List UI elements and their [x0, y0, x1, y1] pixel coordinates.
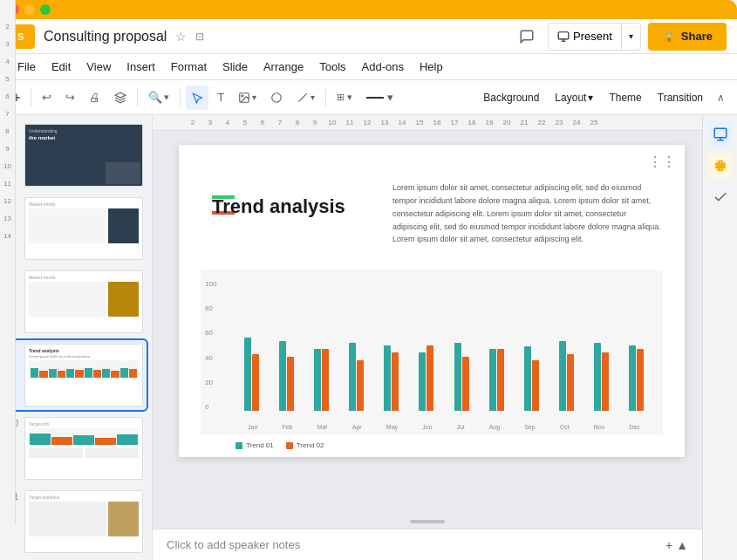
present-dropdown-arrow[interactable]: ▾	[621, 24, 640, 50]
minimize-button[interactable]	[24, 4, 35, 15]
slide-thumbnail-7: Market trends	[24, 197, 143, 260]
menu-addons[interactable]: Add-ons	[355, 57, 411, 77]
redo-button[interactable]: ↪	[60, 85, 80, 110]
chart-y-axis: 0 20 40 60 80 100	[205, 280, 216, 411]
ruler-mark: 11	[341, 119, 358, 126]
slide-item-9[interactable]: 9 Trend analysis Lorem ipsum dolor sit a…	[5, 340, 147, 410]
y-label-0: 0	[205, 403, 216, 411]
y-label-60: 60	[205, 329, 216, 337]
undo-button[interactable]: ↩	[37, 85, 57, 110]
slide-item-8[interactable]: 8 Market trends	[5, 267, 147, 337]
slide-title[interactable]: Trend analysis	[212, 195, 369, 218]
menu-view[interactable]: View	[79, 57, 118, 77]
x-label-may: May	[386, 424, 398, 430]
panel-icon-theme[interactable]	[708, 154, 733, 178]
y-label-40: 40	[205, 354, 216, 362]
print-button[interactable]: 🖨	[84, 85, 106, 110]
menu-slide[interactable]: Slide	[215, 57, 255, 77]
transition-button[interactable]: Transition	[651, 88, 710, 107]
comments-button[interactable]	[513, 23, 541, 51]
panel-icon-slides[interactable]	[708, 122, 733, 147]
maximize-button[interactable]	[40, 4, 51, 15]
toolbar-divider-4	[325, 89, 326, 106]
x-label-oct: Oct	[560, 424, 570, 430]
slide-thumbnail-8: Market trends	[24, 270, 143, 333]
spellcheck-button[interactable]	[109, 85, 132, 110]
slide-item-6[interactable]: 6 Understanding the market	[5, 120, 147, 190]
zoom-button[interactable]: 🔍 ▾	[143, 85, 174, 110]
document-title[interactable]: Consulting proposal	[44, 29, 167, 44]
ruler-mark: 20	[498, 119, 515, 126]
menu-edit[interactable]: Edit	[44, 57, 78, 77]
ruler-mark: 10	[324, 119, 341, 126]
share-button[interactable]: 🔒 Share	[648, 23, 727, 51]
shape-tool[interactable]	[265, 85, 288, 110]
scroll-indicator[interactable]	[410, 520, 445, 523]
ruler-mark: 8	[289, 119, 306, 126]
collapse-toolbar-button[interactable]: ∧	[712, 85, 730, 110]
slide-item-7[interactable]: 7 Market trends	[5, 194, 147, 263]
ruler-mark: 16	[428, 119, 446, 126]
slide-area[interactable]: ⋮⋮ Trend analysis Lorem ipsum	[153, 131, 702, 515]
bar-orange-sep	[532, 360, 539, 411]
toolbar-divider-3	[180, 89, 181, 106]
ruler-mark: 5	[236, 119, 254, 126]
slide-canvas[interactable]: ⋮⋮ Trend analysis Lorem ipsum	[179, 145, 685, 457]
legend-trend02: Trend 02	[286, 441, 324, 449]
slide-viewport: 2 3 4 5 6 7 8 9 10 11 12 13 14 ⋮⋮	[153, 131, 702, 515]
bar-teal-may	[384, 345, 391, 411]
bar-teal-jun	[419, 352, 426, 411]
text-tool[interactable]: T	[212, 85, 229, 110]
bar-group-nov	[585, 297, 618, 411]
chart-container[interactable]: 0 20 40 60 80 100	[201, 270, 663, 435]
x-label-apr: Apr	[352, 424, 362, 430]
svg-point-6	[242, 95, 243, 97]
slide-item-11[interactable]: 11 Target audience	[5, 487, 147, 557]
insert-button[interactable]: ⊞ ▾	[331, 85, 358, 110]
line-tool[interactable]: ▾	[291, 85, 320, 110]
background-button[interactable]: Background	[476, 88, 546, 107]
bar-orange-nov	[602, 352, 609, 411]
bar-orange-may	[392, 352, 399, 411]
legend-label-trend02: Trend 02	[297, 441, 324, 449]
notes-toolbar: + ▲	[665, 538, 688, 552]
select-tool[interactable]	[186, 85, 208, 110]
bar-teal-sep	[524, 346, 531, 411]
menu-arrange[interactable]: Arrange	[256, 57, 310, 77]
menu-format[interactable]: Format	[164, 57, 214, 77]
slide-item-10[interactable]: 10 Target info	[5, 413, 147, 483]
panel-icon-check[interactable]	[708, 185, 733, 209]
bar-orange-feb	[287, 357, 294, 411]
bar-orange-dec	[637, 349, 644, 411]
bar-group-oct	[550, 297, 583, 411]
ruler-mark: 2	[184, 119, 201, 126]
present-label: Present	[573, 30, 612, 43]
menu-insert[interactable]: Insert	[119, 57, 162, 77]
notes-placeholder[interactable]: Click to add speaker notes	[167, 538, 300, 551]
bar-teal-nov	[594, 343, 601, 411]
content-area: 2 3 4 5 6 7 8 9 10 11 12 13 14 15 16 17 …	[153, 115, 702, 560]
bar-teal-mar	[314, 349, 321, 411]
present-button[interactable]: Present ▾	[548, 23, 641, 51]
expand-notes-button[interactable]: +	[665, 538, 672, 552]
layout-button[interactable]: Layout ▾	[548, 88, 600, 107]
bar-orange-jun	[427, 345, 433, 411]
main-area: 6 Understanding the market 7 Market tren…	[0, 115, 737, 560]
notes-area[interactable]: Click to add speaker notes + ▲	[153, 529, 702, 560]
toolbar-divider-1	[31, 89, 31, 106]
star-icon[interactable]: ☆	[175, 30, 187, 44]
line-style-button[interactable]: ▾	[361, 85, 399, 110]
image-tool[interactable]: ▾	[233, 85, 262, 110]
collapse-notes-button[interactable]: ▲	[676, 538, 688, 552]
slide-body[interactable]: Lorem ipsum dolor sit amet, consectetur …	[392, 181, 663, 246]
menu-help[interactable]: Help	[413, 57, 450, 77]
bar-orange-jan	[252, 354, 259, 411]
menu-tools[interactable]: Tools	[312, 57, 352, 77]
y-label-100: 100	[205, 280, 216, 288]
ruler-mark: 9	[306, 119, 324, 126]
y-label-80: 80	[205, 304, 216, 312]
folder-icon[interactable]: ⊡	[195, 31, 204, 43]
theme-button[interactable]: Theme	[602, 88, 648, 107]
slide-options-icon[interactable]: ⋮⋮	[648, 154, 676, 170]
ruler-mark: 25	[585, 119, 603, 126]
